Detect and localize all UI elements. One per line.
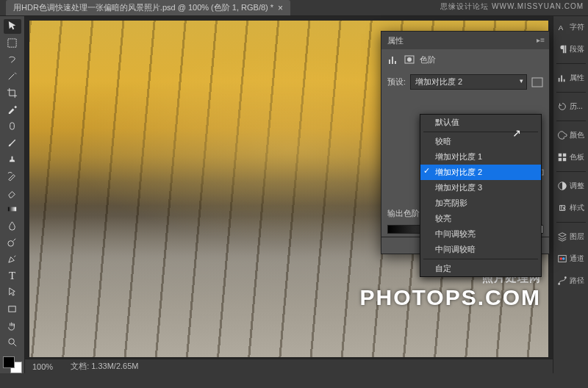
brush-tool[interactable] <box>4 135 21 150</box>
svg-point-5 <box>9 339 15 345</box>
svg-rect-10 <box>562 158 565 161</box>
document-tab[interactable]: 用HDR色调快速处理一张偏暗的风景照片.psd @ 100% (色阶 1, RG… <box>6 0 290 15</box>
panel-toggle-paragraph[interactable]: 段落 <box>555 40 587 59</box>
pen-tool[interactable] <box>4 252 21 267</box>
svg-rect-9 <box>558 158 561 161</box>
panel-toggle-paths[interactable]: 路径 <box>555 271 587 290</box>
svg-point-14 <box>559 257 562 260</box>
svg-text:fx: fx <box>560 204 566 212</box>
styles-icon: fx <box>557 203 567 213</box>
zoom-level[interactable]: 100% <box>32 362 53 371</box>
svg-point-3 <box>8 241 14 247</box>
panel-toggle-history[interactable]: 历... <box>555 97 587 116</box>
panel-toggle-layers[interactable]: 图层 <box>555 227 587 246</box>
panel-label: 段落 <box>570 44 584 54</box>
toolbox: T <box>0 16 25 373</box>
color-swatch[interactable] <box>3 356 22 374</box>
auto-icon[interactable] <box>531 77 543 87</box>
type-a-icon: A <box>557 22 567 32</box>
preset-label: 预设: <box>387 76 406 87</box>
mask-icon <box>404 54 415 65</box>
preset-option[interactable]: 默认值 <box>420 115 541 130</box>
status-bar: 100% 文档: 1.33M/2.65M <box>25 359 553 373</box>
rectangle-tool[interactable] <box>4 302 21 317</box>
preset-dropdown: 默认值较暗增加对比度 1增加对比度 2增加对比度 3加亮阴影较亮中间调较亮中间调… <box>420 114 542 277</box>
magic-wand-tool[interactable] <box>4 69 21 84</box>
adjustment-type: 色阶 <box>420 54 436 65</box>
move-tool[interactable] <box>4 19 21 34</box>
levels-icon <box>557 73 567 83</box>
flyout-menu-icon[interactable]: ▸≡ <box>537 36 545 44</box>
preset-option[interactable]: 增加对比度 2 <box>420 165 541 180</box>
rect-marquee-tool[interactable] <box>4 36 21 51</box>
svg-rect-0 <box>8 39 16 47</box>
panel-label: 色板 <box>570 152 584 162</box>
eyedropper-tool[interactable] <box>4 102 21 117</box>
svg-point-17 <box>564 276 567 279</box>
preset-option[interactable]: 加亮阴影 <box>420 195 541 211</box>
eraser-tool[interactable] <box>4 185 21 200</box>
svg-rect-7 <box>558 154 561 157</box>
panel-toggle-swatches[interactable]: 色板 <box>555 148 587 167</box>
panel-toggle-levels[interactable]: 属性 <box>555 68 587 87</box>
panel-label: 历... <box>570 101 583 112</box>
panel-label: 通道 <box>570 254 584 264</box>
svg-rect-8 <box>562 154 565 157</box>
panel-label: 属性 <box>570 73 584 83</box>
svg-point-19 <box>407 57 412 62</box>
preset-value: 增加对比度 2 <box>415 77 462 86</box>
preset-option[interactable]: 较亮 <box>420 211 541 226</box>
healing-brush-tool[interactable] <box>4 119 21 134</box>
path-select-tool[interactable] <box>4 285 21 300</box>
panel-label: 调整 <box>570 181 584 191</box>
properties-panel: 属性 ▸≡ 色阶 预设: 增加对比度 2 ▾ 默认值较暗增加对比度 1增加对比度… <box>381 31 550 254</box>
preset-option[interactable]: 中间调较亮 <box>420 226 541 242</box>
preset-select[interactable]: 增加对比度 2 ▾ <box>410 74 527 90</box>
swatches-icon <box>557 152 567 162</box>
panel-toggle-styles[interactable]: fx样式 <box>555 198 587 218</box>
preset-option[interactable]: 增加对比度 3 <box>420 180 541 195</box>
svg-rect-2 <box>8 207 16 212</box>
output-label: 输出色阶: <box>387 208 422 219</box>
svg-rect-4 <box>9 306 15 312</box>
close-icon[interactable]: × <box>278 3 283 13</box>
preset-option[interactable]: 中间调较暗 <box>420 242 541 257</box>
preset-option[interactable]: 自定 <box>420 261 541 276</box>
clone-stamp-tool[interactable] <box>4 152 21 167</box>
dodge-tool[interactable] <box>4 235 21 250</box>
panel-label: 图层 <box>570 231 584 242</box>
paragraph-icon <box>557 44 567 54</box>
panel-toggle-type-a[interactable]: A字符 <box>555 18 587 37</box>
palette-icon <box>557 130 567 140</box>
gradient-tool[interactable] <box>4 202 21 217</box>
panel-dock: A字符段落属性历...颜色色板调整fx样式图层通道路径 <box>553 16 588 373</box>
paths-icon <box>557 276 567 286</box>
crop-tool[interactable] <box>4 86 21 101</box>
lasso-tool[interactable] <box>4 52 21 67</box>
panel-toggle-palette[interactable]: 颜色 <box>555 126 587 145</box>
panel-toggle-adjust[interactable]: 调整 <box>555 176 587 195</box>
layers-icon <box>557 231 567 242</box>
svg-point-16 <box>558 283 560 285</box>
tab-title: 用HDR色调快速处理一张偏暗的风景照片.psd @ 100% (色阶 1, RG… <box>13 2 273 13</box>
panel-label: 路径 <box>570 276 584 286</box>
adjust-icon <box>557 181 567 191</box>
history-brush-tool[interactable] <box>4 169 21 184</box>
hand-tool[interactable] <box>4 318 21 333</box>
doc-size: 文档: 1.33M/2.65M <box>71 361 138 372</box>
type-tool[interactable]: T <box>4 268 21 283</box>
panel-toggle-channels[interactable]: 通道 <box>555 249 587 268</box>
channels-icon <box>557 254 567 264</box>
panel-label: 样式 <box>570 203 584 213</box>
preset-option[interactable]: 增加对比度 1 <box>420 149 541 165</box>
svg-point-15 <box>562 257 565 260</box>
preset-option[interactable]: 较暗 <box>420 134 541 149</box>
cursor-icon: ↖ <box>512 127 521 139</box>
blur-tool[interactable] <box>4 219 21 234</box>
panel-title: 属性 <box>387 35 404 46</box>
svg-text:A: A <box>558 24 563 32</box>
history-icon <box>557 101 567 112</box>
svg-rect-1 <box>10 123 15 129</box>
chevron-down-icon: ▾ <box>520 77 523 85</box>
zoom-tool[interactable] <box>4 335 21 350</box>
